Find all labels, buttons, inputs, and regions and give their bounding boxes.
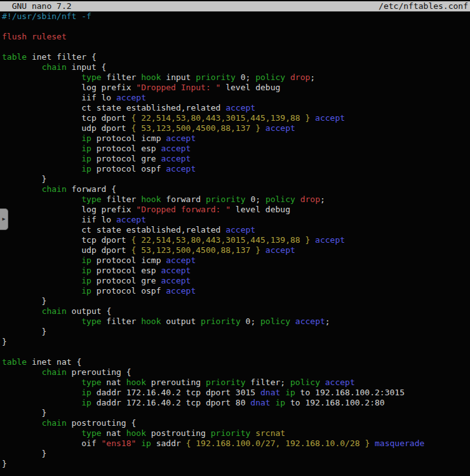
code-line[interactable]: ip protocol esp accept: [2, 266, 470, 276]
code-line[interactable]: udp dport { 53,123,500,4500,88,137 } acc…: [2, 245, 470, 255]
code-token: forward: [161, 194, 205, 204]
code-line[interactable]: tcp dport { 22,514,53,80,443,3015,445,13…: [2, 113, 470, 123]
code-token: accept: [161, 266, 191, 275]
code-line[interactable]: ip protocol ospf accept: [2, 286, 470, 296]
code-line[interactable]: }: [2, 327, 470, 337]
code-token: forward {: [67, 184, 116, 194]
code-token: ip: [81, 398, 91, 407]
code-line[interactable]: ct state established,related accept: [2, 225, 470, 235]
code-token: [2, 144, 81, 153]
code-token: "Dropped Input: ": [136, 83, 220, 92]
code-token: chain: [42, 367, 67, 377]
code-line[interactable]: type filter hook output priority 0; poli…: [2, 316, 470, 327]
code-token: [2, 72, 81, 82]
code-token: input {: [67, 62, 107, 72]
code-line[interactable]: }: [2, 337, 470, 347]
nano-version-label: GNU nano 7.2: [2, 1, 72, 11]
code-line[interactable]: ip daddr 172.16.40.2 tcp dport 80 dnat i…: [2, 398, 470, 408]
code-token: hook: [141, 72, 161, 82]
code-token: inet filter {: [27, 52, 97, 62]
code-line[interactable]: }: [2, 459, 470, 469]
code-token: to 192.168.100.2:3015: [295, 388, 405, 397]
code-line[interactable]: ip protocol icmp accept: [2, 255, 470, 266]
code-line[interactable]: }: [2, 296, 470, 306]
code-token: }: [2, 408, 46, 418]
code-token: input: [161, 72, 196, 82]
code-token: protocol icmp: [91, 255, 166, 265]
code-token: protocol ospf: [91, 164, 166, 173]
code-token: policy: [265, 194, 295, 204]
code-token: output {: [67, 306, 111, 316]
code-line[interactable]: type filter hook forward priority 0; pol…: [2, 194, 470, 205]
code-line[interactable]: chain forward {: [2, 184, 470, 194]
code-token: accept: [166, 164, 196, 173]
code-line[interactable]: log prefix "Dropped Input: " level debug: [2, 83, 470, 93]
code-line[interactable]: flush ruleset: [2, 32, 470, 42]
code-line[interactable]: tcp dport { 22,514,53,80,443,3015,445,13…: [2, 235, 470, 245]
code-token: [310, 235, 315, 245]
code-token: accept: [161, 144, 191, 153]
code-token: protocol gre: [91, 276, 161, 285]
code-line[interactable]: udp dport { 53,123,500,4500,88,137 } acc…: [2, 123, 470, 133]
code-token: 0;: [236, 72, 255, 82]
code-token: { 22,514,53,80,443,3015,445,139,88 }: [131, 235, 311, 245]
code-token: priority: [201, 316, 241, 326]
code-line[interactable]: }: [2, 408, 470, 418]
code-token: [2, 154, 81, 163]
code-token: [260, 123, 265, 133]
code-line[interactable]: chain prerouting {: [2, 367, 470, 377]
code-line[interactable]: ip protocol gre accept: [2, 276, 470, 286]
code-line[interactable]: type nat hook postrouting priority srcna…: [2, 428, 470, 439]
code-token: ;: [310, 72, 315, 82]
code-line[interactable]: table inet nat {: [2, 357, 470, 367]
code-token: chain: [42, 306, 67, 316]
code-line[interactable]: chain postrouting {: [2, 418, 470, 428]
editor-area[interactable]: #!/usr/sbin/nft -fflush rulesettable ine…: [0, 11, 470, 469]
code-token: hook: [126, 377, 146, 387]
code-line[interactable]: oif "ens18" ip saddr { 192.168.100.0/27,…: [2, 439, 470, 449]
code-line[interactable]: ip protocol icmp accept: [2, 133, 470, 144]
code-token: ip: [81, 276, 91, 285]
code-token: type: [81, 72, 101, 82]
code-token: accept: [315, 235, 345, 245]
code-line[interactable]: #!/usr/sbin/nft -f: [2, 11, 470, 22]
code-token: chain: [42, 418, 67, 428]
code-line[interactable]: ct state established,related accept: [2, 103, 470, 113]
code-line[interactable]: ip protocol esp accept: [2, 144, 470, 154]
code-token: chain: [42, 62, 67, 72]
code-line[interactable]: chain output {: [2, 306, 470, 316]
code-line[interactable]: iif lo accept: [2, 215, 470, 225]
code-line[interactable]: chain input {: [2, 62, 470, 72]
code-line[interactable]: type filter hook input priority 0; polic…: [2, 72, 470, 83]
side-panel-toggle[interactable]: ▶: [0, 208, 8, 230]
code-token: accept: [315, 113, 345, 123]
code-token: [2, 255, 81, 265]
code-token: ip: [81, 266, 91, 275]
code-line[interactable]: ip protocol gre accept: [2, 154, 470, 164]
code-token: priority: [211, 428, 251, 438]
code-token: filter: [102, 316, 142, 326]
code-line[interactable]: }: [2, 174, 470, 184]
code-line[interactable]: iif lo accept: [2, 93, 470, 103]
code-line[interactable]: log prefix "Dropped forward: " level deb…: [2, 205, 470, 215]
code-line[interactable]: [2, 42, 470, 52]
code-line[interactable]: [2, 347, 470, 357]
code-token: [2, 286, 81, 296]
code-line[interactable]: }: [2, 449, 470, 459]
code-token: protocol gre: [91, 154, 161, 163]
code-line[interactable]: ip protocol ospf accept: [2, 164, 470, 174]
code-token: ;: [320, 194, 325, 204]
code-token: oif: [2, 439, 102, 448]
code-line[interactable]: [2, 22, 470, 32]
code-line[interactable]: type nat hook prerouting priority filter…: [2, 377, 470, 388]
code-token: drop: [290, 72, 310, 82]
code-line[interactable]: table inet filter {: [2, 52, 470, 62]
code-token: accept: [116, 215, 146, 224]
code-token: [2, 164, 81, 173]
code-token: }: [2, 327, 46, 336]
code-token: [2, 62, 42, 72]
code-token: accept: [225, 103, 255, 112]
code-token: ip: [81, 388, 91, 397]
code-token: }: [2, 337, 7, 346]
code-line[interactable]: ip daddr 172.16.40.2 tcp dport 3015 dnat…: [2, 388, 470, 398]
